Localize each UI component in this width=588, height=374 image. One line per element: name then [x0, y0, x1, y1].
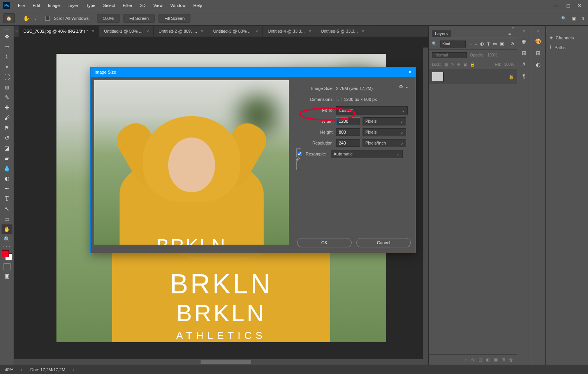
- search-icon[interactable]: 🔍: [561, 16, 567, 21]
- document-tab[interactable]: Untitled-3 @ 80% ...×: [208, 26, 263, 37]
- tab-close-icon[interactable]: ×: [146, 29, 149, 34]
- healing-tool[interactable]: ✚: [2, 103, 12, 112]
- layer-row[interactable]: 🔒: [429, 69, 517, 84]
- panel-grip[interactable]: »: [546, 29, 550, 33]
- gear-icon[interactable]: ⚙ ⌄: [399, 84, 409, 90]
- scroll-all-checkbox[interactable]: [45, 16, 50, 21]
- foreground-color[interactable]: [2, 250, 9, 257]
- tab-close-icon[interactable]: ×: [92, 29, 94, 34]
- status-chevron-icon[interactable]: ›: [21, 367, 23, 372]
- panel-grip[interactable]: »: [429, 26, 517, 29]
- scrollbar-thumb[interactable]: [201, 360, 251, 364]
- window-maximize-icon[interactable]: ◻: [566, 3, 570, 9]
- resample-select[interactable]: Automatic: [331, 150, 403, 158]
- lasso-tool[interactable]: ⌇: [2, 52, 12, 62]
- hand-tool[interactable]: ✋: [2, 224, 12, 234]
- fitto-select[interactable]: Custom: [336, 106, 408, 115]
- menu-edit[interactable]: Edit: [30, 2, 43, 9]
- tabs-chevron[interactable]: »: [14, 29, 19, 34]
- menu-help[interactable]: Help: [190, 2, 206, 9]
- tab-close-icon[interactable]: ×: [255, 29, 258, 34]
- menu-type[interactable]: Type: [83, 2, 99, 9]
- new-layer-icon[interactable]: ⊞: [502, 357, 505, 362]
- vertical-scrollbar[interactable]: [423, 48, 428, 359]
- layer-fx-icon[interactable]: fx: [471, 358, 475, 362]
- filter-type-icon[interactable]: T: [487, 42, 490, 46]
- layers-tab[interactable]: Layers: [432, 30, 451, 37]
- caret-icon[interactable]: ⌄: [33, 16, 37, 21]
- type-panel-icon[interactable]: A: [522, 62, 526, 68]
- resolution-input[interactable]: [336, 139, 360, 147]
- horizontal-scrollbar[interactable]: [14, 359, 428, 365]
- lock-artboard-icon[interactable]: ▣: [463, 62, 467, 67]
- width-unit-select[interactable]: Pixels: [363, 117, 406, 125]
- menu-window[interactable]: Window: [167, 2, 188, 9]
- adjustments-panel-icon[interactable]: ◐: [536, 62, 540, 68]
- frame-tool[interactable]: ⊠: [2, 83, 12, 92]
- color-panel-icon[interactable]: 🎨: [535, 38, 542, 44]
- tab-close-icon[interactable]: ×: [308, 29, 311, 34]
- magic-wand-tool[interactable]: ✧: [2, 62, 12, 72]
- gradient-tool[interactable]: ▰: [2, 153, 12, 163]
- fill-value[interactable]: 100%: [504, 62, 514, 67]
- document-tab[interactable]: Untitled-1 @ 50% ...×: [99, 26, 154, 37]
- share-icon[interactable]: ⇪: [581, 16, 585, 21]
- ok-button[interactable]: OK: [297, 238, 352, 247]
- brush-tool[interactable]: 🖌: [2, 113, 12, 122]
- type-tool[interactable]: T: [2, 194, 12, 203]
- tab-close-icon[interactable]: ×: [362, 29, 364, 34]
- eraser-tool[interactable]: ◪: [2, 143, 12, 153]
- resolution-unit-select[interactable]: Pixels/Inch: [363, 139, 406, 147]
- panel-menu-icon[interactable]: ≡: [505, 30, 514, 37]
- menu-file[interactable]: File: [15, 2, 28, 9]
- layer-filter-select[interactable]: [440, 41, 466, 48]
- dialog-close-icon[interactable]: ×: [408, 69, 412, 75]
- pen-tool[interactable]: ✒: [2, 184, 12, 193]
- menu-layer[interactable]: Layer: [64, 2, 81, 9]
- move-tool[interactable]: ✥: [2, 32, 12, 41]
- paths-panel-button[interactable]: ⌇Paths: [546, 42, 588, 52]
- adjustment-layer-icon[interactable]: ◐: [486, 357, 490, 362]
- window-minimize-icon[interactable]: —: [554, 3, 559, 9]
- zoom-100-button[interactable]: 100%: [97, 14, 120, 23]
- channels-panel-button[interactable]: ◈Channels: [546, 33, 588, 42]
- group-icon[interactable]: ▣: [494, 357, 498, 362]
- crop-tool[interactable]: ⛶: [2, 72, 12, 82]
- dimensions-flyout-icon[interactable]: ⌄: [336, 97, 342, 102]
- menu-filter[interactable]: Filter: [120, 2, 135, 9]
- status-zoom[interactable]: 40%: [5, 367, 13, 372]
- paragraph-panel-icon[interactable]: ¶: [523, 73, 526, 79]
- menu-select[interactable]: Select: [100, 2, 118, 9]
- toolbar-more[interactable]: • • •: [4, 245, 11, 249]
- shape-tool[interactable]: ▭: [2, 214, 12, 224]
- document-tab[interactable]: Untitled-2 @ 80% ...×: [154, 26, 208, 37]
- quickmask-toggle[interactable]: [4, 263, 11, 270]
- menu-3d[interactable]: 3D: [137, 2, 149, 9]
- delete-layer-icon[interactable]: 🗑: [509, 358, 513, 362]
- strip-grip[interactable]: »: [523, 29, 525, 33]
- eyedropper-tool[interactable]: ✎: [2, 93, 12, 102]
- constrain-link-icon[interactable]: [296, 148, 301, 170]
- width-input[interactable]: [336, 117, 360, 125]
- dodge-tool[interactable]: ◐: [2, 174, 12, 183]
- workspace-icon[interactable]: ▣: [572, 16, 576, 21]
- swatches-panel-icon[interactable]: ⊞: [536, 50, 540, 56]
- window-close-icon[interactable]: ✕: [577, 3, 582, 9]
- cancel-button[interactable]: Cancel: [356, 238, 411, 247]
- filter-smart-icon[interactable]: ▣: [500, 41, 504, 46]
- lock-pixel-icon[interactable]: ✎: [451, 62, 454, 67]
- fill-screen-button[interactable]: Fill Screen: [158, 14, 190, 23]
- screenmode-button[interactable]: ▣: [2, 271, 12, 280]
- blend-mode-select[interactable]: Normal: [432, 52, 467, 58]
- opacity-value[interactable]: 100%: [488, 53, 498, 57]
- marquee-tool[interactable]: ▭: [2, 42, 12, 51]
- menu-image[interactable]: Image: [45, 2, 63, 9]
- layer-mask-icon[interactable]: ◻: [479, 357, 482, 362]
- zoom-tool[interactable]: 🔍: [2, 235, 12, 244]
- tab-close-icon[interactable]: ×: [201, 29, 203, 34]
- height-unit-select[interactable]: Pixels: [363, 128, 406, 136]
- filter-pixel-icon[interactable]: ▫: [475, 42, 477, 46]
- filter-toggle[interactable]: ⊘: [511, 41, 514, 46]
- color-swatches[interactable]: [2, 250, 12, 260]
- menu-view[interactable]: View: [150, 2, 166, 9]
